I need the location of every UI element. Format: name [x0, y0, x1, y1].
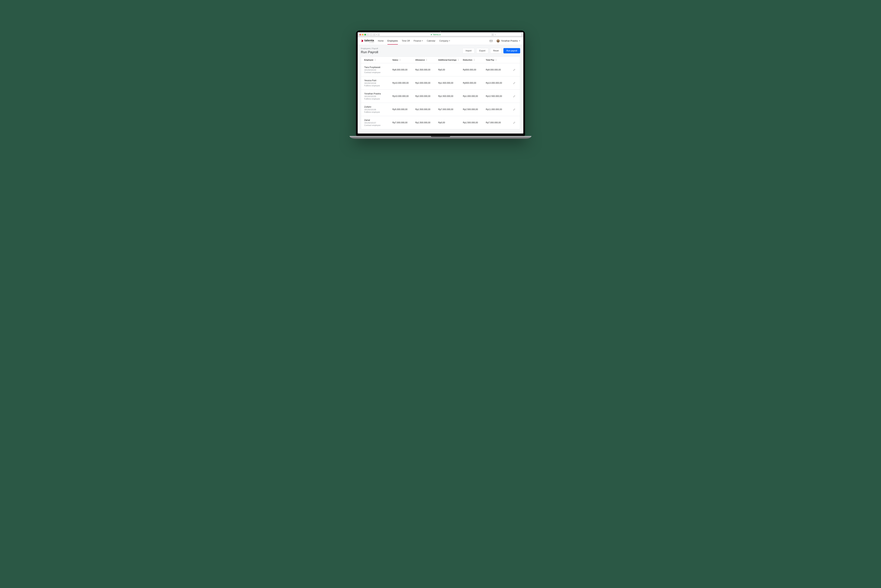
- nav-item-time-off[interactable]: Time Off: [402, 37, 410, 45]
- sort-icon: [458, 59, 459, 61]
- col-allowance-label: Allowance: [415, 59, 425, 61]
- edit-row-button[interactable]: [513, 68, 516, 71]
- table-header: Employee Salary Allowance Additiona: [361, 57, 520, 63]
- pencil-icon: [513, 95, 516, 98]
- cell-salary: Rp10.000.000,00: [392, 82, 415, 84]
- user-menu[interactable]: Yonathan Prawira: [497, 39, 520, 42]
- pencil-icon: [513, 108, 516, 111]
- sort-icon: [495, 59, 497, 61]
- screen-bezel: + Talenta.co talenta by mekari: [356, 30, 525, 136]
- employee-type: Fulltime employee: [364, 84, 392, 87]
- minimize-icon[interactable]: [362, 34, 363, 35]
- camera-icon: [440, 31, 441, 32]
- sort-icon: [399, 59, 401, 61]
- cell-allowance: Rp2.000.000,00: [415, 95, 438, 98]
- nav-item-employees[interactable]: Employees: [387, 37, 398, 45]
- nav-item-label: Employees: [387, 40, 398, 42]
- import-button[interactable]: Import: [462, 48, 474, 53]
- address-bar[interactable]: Talenta.co: [379, 33, 492, 36]
- payroll-table: Employee Salary Allowance Additiona: [361, 57, 520, 129]
- chevron-down-icon: [422, 40, 423, 41]
- nav-item-label: Time Off: [402, 40, 410, 42]
- table-row: Tiara Puspitawati 18120210133 Contract e…: [361, 63, 520, 76]
- cell-additional: Rp1.500.000,00: [438, 82, 463, 84]
- pencil-icon: [513, 81, 516, 84]
- fullscreen-icon[interactable]: [365, 34, 366, 35]
- chevron-down-icon: [449, 40, 450, 41]
- cell-deduction: Rp1.000.000,00: [463, 95, 486, 98]
- screen: + Talenta.co talenta by mekari: [358, 32, 523, 134]
- col-employee-label: Employee: [364, 59, 374, 61]
- nav-item-company[interactable]: Company: [439, 37, 450, 45]
- cell-additional: Rp0,00: [438, 69, 463, 71]
- sort-icon: [473, 59, 475, 61]
- back-button[interactable]: [368, 33, 371, 36]
- chevron-down-icon: [519, 40, 520, 41]
- run-payroll-button[interactable]: Run payroll: [503, 48, 520, 53]
- employee-id: 18120210134: [364, 82, 392, 84]
- cell-employee: Yessica Putri 18120210134 Fulltime emplo…: [364, 79, 392, 87]
- cell-deduction: Rp500.000,00: [463, 69, 486, 71]
- reset-button[interactable]: Reset: [490, 48, 502, 53]
- cell-deduction: Rp500.000,00: [463, 82, 486, 84]
- nav-item-calendar[interactable]: Calendar: [427, 37, 435, 45]
- employee-name: Yessica Putri: [364, 79, 392, 82]
- logo[interactable]: talenta by mekari: [361, 39, 374, 43]
- svg-point-1: [495, 34, 496, 35]
- nav-item-home[interactable]: Home: [378, 37, 384, 45]
- col-deduction[interactable]: Deduction: [463, 59, 486, 61]
- cell-allowance: Rp1.500.000,00: [415, 122, 438, 124]
- cell-salary: Rp7.000.000,00: [392, 122, 415, 124]
- page-body: Employees / Payroll Run Payroll Import E…: [358, 45, 523, 134]
- employee-name: Tiara Puspitawati: [364, 66, 392, 69]
- employee-type: Fulltime employee: [364, 98, 392, 100]
- edit-row-button[interactable]: [513, 81, 516, 84]
- nav-item-label: Finance: [414, 40, 421, 42]
- nav-item-finance[interactable]: Finance: [414, 37, 423, 45]
- edit-row-button[interactable]: [513, 95, 516, 98]
- col-total[interactable]: Total Pay: [486, 59, 509, 61]
- window-controls: [359, 34, 366, 35]
- cell-total: Rp13.000.000,00: [486, 82, 509, 84]
- col-deduction-label: Deduction: [463, 59, 473, 61]
- pencil-icon: [513, 121, 516, 124]
- cell-allowance: Rp1.500.000,00: [415, 69, 438, 71]
- forward-button[interactable]: [371, 33, 374, 36]
- cell-salary: Rp5.000.000,00: [392, 108, 415, 111]
- employee-name: Zainal: [364, 119, 392, 122]
- avatar: [497, 39, 500, 42]
- cell-employee: Zulfahri 18120210136 Fulltime employee: [364, 106, 392, 113]
- col-additional[interactable]: Additional Earnings: [438, 59, 463, 61]
- col-employee[interactable]: Employee: [364, 59, 392, 61]
- breadcrumb: Employees / Payroll: [361, 47, 461, 50]
- cell-additional: Rp0,00: [438, 122, 463, 124]
- edit-row-button[interactable]: [513, 108, 516, 111]
- close-icon[interactable]: [359, 34, 361, 35]
- employee-id: 18120210135: [364, 95, 392, 98]
- col-total-label: Total Pay: [486, 59, 494, 61]
- cell-total: Rp12.500.000,00: [486, 95, 509, 98]
- col-allowance[interactable]: Allowance: [415, 59, 438, 61]
- nav-arrows: [368, 33, 374, 36]
- cell-allowance: Rp2.000.000,00: [415, 82, 438, 84]
- employee-type: Contract employee: [364, 124, 392, 126]
- cell-employee: Tiara Puspitawati 18120210133 Contract e…: [364, 66, 392, 74]
- cell-salary: Rp10.000.000,00: [392, 95, 415, 98]
- export-button[interactable]: Export: [476, 48, 488, 53]
- browser-search[interactable]: [493, 33, 522, 36]
- employee-id: 18120210137: [364, 122, 392, 124]
- mail-icon[interactable]: [489, 39, 493, 42]
- col-additional-label: Additional Earnings: [438, 59, 456, 61]
- new-tab-button[interactable]: +: [375, 33, 378, 36]
- nav-item-label: Home: [378, 40, 384, 42]
- laptop-frame: + Talenta.co talenta by mekari: [356, 30, 525, 139]
- edit-row-button[interactable]: [513, 121, 516, 124]
- nav-item-label: Company: [439, 40, 448, 42]
- cell-additional: Rp7.000.000,00: [438, 108, 463, 111]
- cell-total: Rp9.000.000,00: [486, 69, 509, 71]
- hinge-notch: [431, 136, 450, 137]
- employee-name: Zulfahri: [364, 106, 392, 108]
- cell-total: Rp11.000.000,00: [486, 108, 509, 111]
- browser-chrome: + Talenta.co: [358, 32, 523, 37]
- col-salary[interactable]: Salary: [392, 59, 415, 61]
